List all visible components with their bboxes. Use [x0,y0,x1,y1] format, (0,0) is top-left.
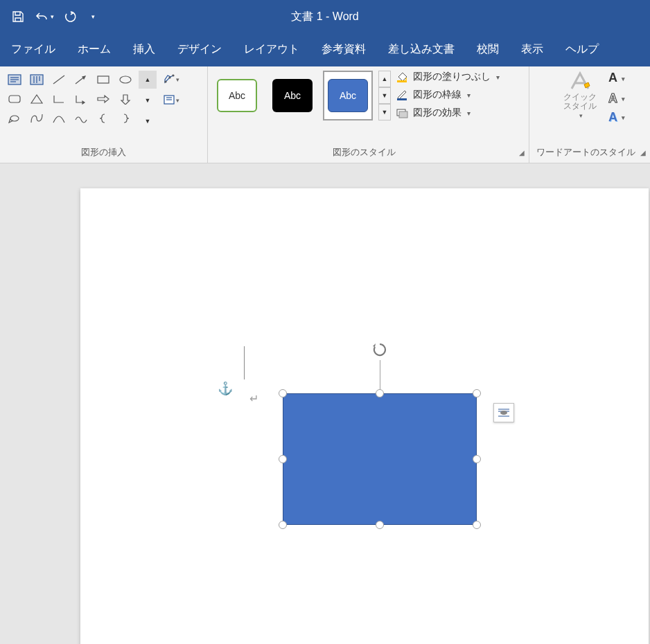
undo-icon [35,11,49,22]
title-bar: ▾ ▾ 文書 1 - Word [0,0,650,33]
tab-references[interactable]: 参考資料 [310,34,377,66]
tab-review[interactable]: 校閲 [466,34,510,66]
tab-home[interactable]: ホーム [67,34,122,66]
effects-icon [395,107,409,119]
svg-rect-20 [397,98,407,100]
shape-outline-label: 図形の枠線 [413,89,462,101]
rotation-handle[interactable] [371,341,388,362]
shapes-scroll-up[interactable]: ▲ [139,71,157,89]
shapes-extra-buttons: ▾ ▾ [162,71,180,109]
rotation-stem [380,360,380,393]
tab-mailings[interactable]: 差し込み文書 [377,34,466,66]
tab-file[interactable]: ファイル [0,34,67,66]
edit-shape-icon [164,74,175,85]
shape-textbox-vertical[interactable] [26,71,47,89]
shape-right-arrow[interactable] [93,90,114,108]
ribbon: ▲ ▼ ▼ ▾ ▾ 図形の挿入 Abc Abc Abc ▲ [0,66,650,163]
draw-textbox-button[interactable]: ▾ [162,91,180,109]
shape-oval[interactable] [115,71,136,89]
textbox-icon [164,95,175,106]
shape-textbox[interactable] [4,71,25,89]
gallery-up[interactable]: ▲ [378,71,391,87]
edit-shape-button[interactable]: ▾ [162,71,180,89]
shape-fill-label: 図形の塗りつぶし [413,71,491,83]
rectangle-body[interactable] [283,393,477,525]
svg-rect-19 [397,80,407,82]
handle-w[interactable] [279,455,287,463]
shapes-gallery [4,71,136,127]
shape-style-thumb-1[interactable]: Abc [212,71,262,120]
shape-l-connector[interactable] [49,90,69,108]
text-outline-button[interactable]: A▾ [608,91,625,106]
svg-point-13 [165,81,166,82]
shape-style-thumb-3[interactable]: Abc [323,71,373,120]
shape-line[interactable] [49,71,69,89]
wordart-launcher[interactable]: ◢ [640,149,646,156]
shape-style-thumb-2[interactable]: Abc [267,71,317,120]
svg-rect-10 [98,76,109,83]
shape-effects-button[interactable]: 図形の効果▾ [395,107,500,119]
handle-s[interactable] [376,521,384,529]
handle-e[interactable] [473,455,481,463]
shapes-more[interactable]: ▼ [139,112,157,130]
shape-triangle[interactable] [26,90,47,108]
tab-insert[interactable]: 挿入 [122,34,166,66]
tab-design[interactable]: デザイン [166,34,233,66]
gallery-down[interactable]: ▼ [378,87,391,104]
shapes-side-controls: ▲ ▼ ▼ [139,71,157,130]
text-fill-button[interactable]: A▾ [608,71,625,87]
document-page[interactable]: ⚓ ↵ [80,188,649,644]
repeat-icon [64,10,77,23]
handle-se[interactable] [473,521,481,529]
shape-fill-button[interactable]: 図形の塗りつぶし▾ [395,71,500,83]
shape-style-gallery: Abc Abc Abc ▲ ▼ ▼ [212,71,391,120]
tab-view[interactable]: 表示 [510,34,554,66]
shape-wave[interactable] [71,109,91,127]
shapes-scroll-down[interactable]: ▼ [139,91,157,109]
shape-l-arrow-connector[interactable] [71,90,91,108]
shape-styles-launcher[interactable]: ◢ [519,149,525,156]
tab-layout[interactable]: レイアウト [233,34,310,66]
handle-ne[interactable] [473,389,481,397]
shape-outline-button[interactable]: 図形の枠線▾ [395,89,500,101]
cursor-insertion-mark [244,346,245,379]
shape-flowchart[interactable] [4,109,25,127]
group-insert-shapes: ▲ ▼ ▼ ▾ ▾ 図形の挿入 [0,66,208,163]
anchor-icon: ⚓ [218,381,233,396]
shape-left-brace[interactable] [93,109,114,127]
layout-options-button[interactable] [493,403,514,422]
quick-styles-button[interactable]: クイック スタイル ▾ [554,71,606,119]
pen-icon [395,89,409,101]
svg-point-11 [120,76,131,83]
handle-n[interactable] [376,389,384,397]
shape-curve[interactable] [26,109,47,127]
document-area: ⚓ ↵ [0,163,650,644]
shape-arc[interactable] [49,109,69,127]
paragraph-mark-icon: ↵ [249,392,258,405]
save-button[interactable] [8,7,28,26]
gallery-more[interactable]: ▼ [378,104,391,120]
selected-rectangle-shape[interactable] [283,393,477,525]
shape-right-brace[interactable] [115,109,136,127]
svg-point-14 [169,77,170,78]
shape-style-scroll: ▲ ▼ ▼ [378,71,391,120]
shape-rounded-rect[interactable] [4,90,25,108]
undo-button[interactable]: ▾ [35,7,54,26]
shape-arrow-line[interactable] [71,71,91,89]
svg-line-8 [53,75,64,84]
tab-help[interactable]: ヘルプ [554,34,610,66]
text-effects-button[interactable]: A▾ [608,110,625,125]
handle-nw[interactable] [279,389,287,397]
ribbon-tabs: ファイル ホーム 挿入 デザイン レイアウト 参考資料 差し込み文書 校閲 表示… [0,33,650,66]
wordart-A-icon [568,71,592,91]
group-label-insert-shapes: 図形の挿入 [0,143,207,163]
layout-options-icon [497,407,511,418]
group-label-wordart: ワードアートのスタイル [534,146,638,159]
handle-sw[interactable] [279,521,287,529]
shape-down-arrow[interactable] [115,90,136,108]
shape-rectangle[interactable] [93,71,114,89]
customize-qat-button[interactable]: ▾ [87,7,98,26]
group-wordart-styles: クイック スタイル ▾ A▾ A▾ A▾ ワードアートのスタイル ◢ [529,66,650,163]
redo-button[interactable] [61,7,80,26]
group-shape-styles: Abc Abc Abc ▲ ▼ ▼ 図形の塗りつぶし▾ 図形の枠線▾ [208,66,529,163]
